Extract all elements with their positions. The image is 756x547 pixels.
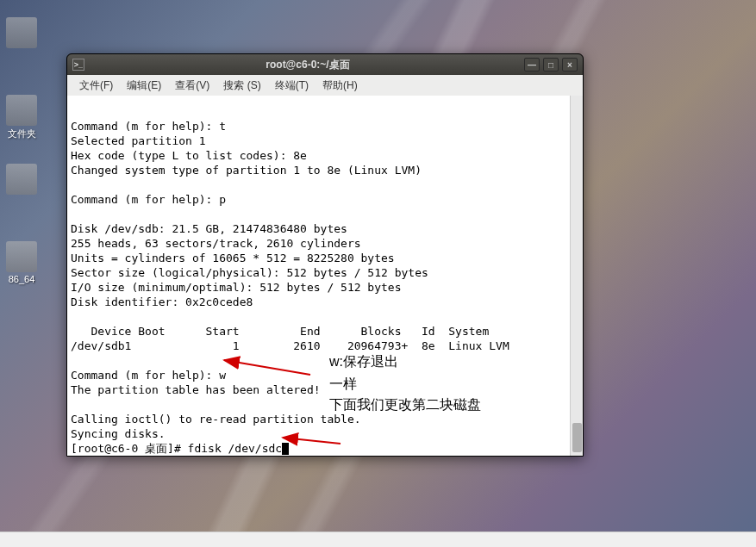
folder-icon xyxy=(6,95,37,126)
file-icon xyxy=(6,164,37,195)
minimize-button[interactable]: — xyxy=(524,58,540,71)
icon-label: 文件夹 xyxy=(8,128,36,139)
window-title: root@c6-0:~/桌面 xyxy=(91,58,524,72)
disc-icon xyxy=(6,241,37,272)
terminal-output[interactable]: Command (m for help): t Selected partiti… xyxy=(67,96,570,456)
desktop-icon-1[interactable] xyxy=(0,17,43,50)
close-button[interactable]: × xyxy=(562,58,578,71)
bottom-bar xyxy=(0,531,756,547)
scrollbar[interactable] xyxy=(570,96,583,456)
maximize-button[interactable]: □ xyxy=(543,58,559,71)
menu-file[interactable]: 文件(F) xyxy=(72,76,120,96)
desktop-icon-4[interactable]: 86_64 xyxy=(0,241,43,284)
titlebar[interactable]: >_ root@c6-0:~/桌面 — □ × xyxy=(67,54,583,75)
desktop-icon-folder[interactable]: 文件夹 xyxy=(0,95,43,140)
icon-label: 86_64 xyxy=(9,274,35,284)
terminal-icon: >_ xyxy=(72,59,84,71)
menu-terminal[interactable]: 终端(T) xyxy=(268,76,316,96)
menu-edit[interactable]: 编辑(E) xyxy=(120,76,168,96)
terminal-content-wrap: Command (m for help): t Selected partiti… xyxy=(67,96,583,456)
menu-help[interactable]: 帮助(H) xyxy=(316,76,365,96)
window-controls: — □ × xyxy=(524,58,578,71)
terminal-cursor xyxy=(282,443,289,455)
scroll-thumb[interactable] xyxy=(572,423,582,452)
menu-search[interactable]: 搜索 (S) xyxy=(216,76,267,96)
desktop-icon-3[interactable] xyxy=(0,164,43,196)
menubar: 文件(F) 编辑(E) 查看(V) 搜索 (S) 终端(T) 帮助(H) xyxy=(67,75,583,96)
folder-icon xyxy=(6,17,37,48)
terminal-window: >_ root@c6-0:~/桌面 — □ × 文件(F) 编辑(E) 查看(V… xyxy=(66,53,584,457)
menu-view[interactable]: 查看(V) xyxy=(168,76,216,96)
